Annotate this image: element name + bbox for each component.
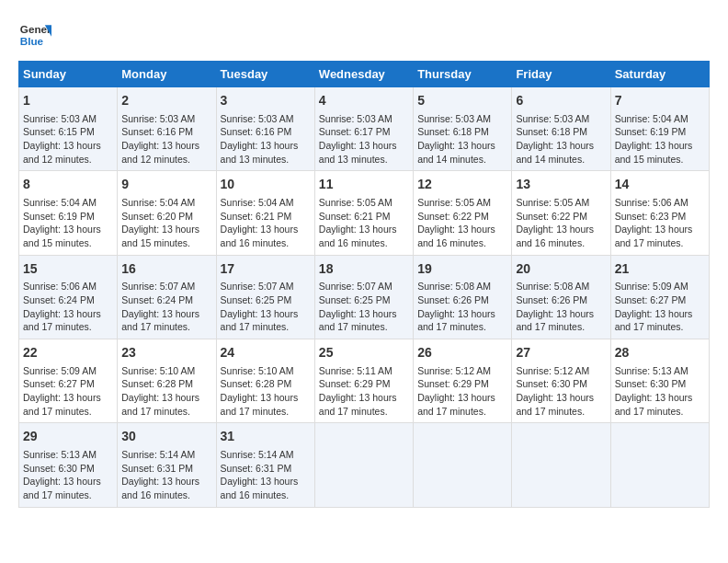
- sunrise-info: Sunrise: 5:12 AM: [516, 365, 589, 376]
- day-number: 5: [417, 92, 507, 110]
- day-number: 1: [23, 92, 113, 110]
- calendar-cell: 31Sunrise: 5:14 AMSunset: 6:31 PMDayligh…: [216, 423, 314, 507]
- day-number: 16: [121, 260, 211, 279]
- calendar-cell: 16Sunrise: 5:07 AMSunset: 6:24 PMDayligh…: [118, 255, 216, 339]
- sunset-info: Sunset: 6:22 PM: [417, 211, 489, 222]
- daylight-info: Daylight: 13 hours: [221, 140, 299, 151]
- calendar-cell: 17Sunrise: 5:07 AMSunset: 6:25 PMDayligh…: [216, 255, 314, 339]
- calendar-cell: 14Sunrise: 5:06 AMSunset: 6:23 PMDayligh…: [610, 171, 709, 255]
- daylight-minutes: and 16 minutes.: [319, 237, 388, 248]
- day-number: 27: [516, 344, 606, 362]
- sunrise-info: Sunrise: 5:11 AM: [319, 365, 392, 376]
- calendar-cell: [610, 423, 709, 507]
- sunrise-info: Sunrise: 5:14 AM: [121, 449, 195, 460]
- daylight-minutes: and 17 minutes.: [221, 321, 290, 332]
- calendar-cell: 9Sunrise: 5:04 AMSunset: 6:20 PMDaylight…: [118, 171, 216, 255]
- sunset-info: Sunset: 6:26 PM: [516, 294, 587, 305]
- daylight-minutes: and 16 minutes.: [221, 489, 290, 500]
- daylight-minutes: and 14 minutes.: [516, 154, 585, 165]
- day-number: 20: [516, 260, 606, 279]
- daylight-info: Daylight: 13 hours: [319, 140, 397, 151]
- calendar-header: SundayMondayTuesdayWednesdayThursdayFrid…: [19, 62, 710, 87]
- header-day-sunday: Sunday: [19, 62, 118, 87]
- day-number: 22: [23, 344, 113, 362]
- day-number: 2: [121, 92, 211, 110]
- sunset-info: Sunset: 6:28 PM: [121, 378, 193, 389]
- sunrise-info: Sunrise: 5:03 AM: [23, 113, 97, 124]
- daylight-minutes: and 17 minutes.: [319, 406, 388, 417]
- day-number: 4: [319, 92, 409, 110]
- daylight-minutes: and 15 minutes.: [121, 237, 190, 248]
- calendar-cell: 12Sunrise: 5:05 AMSunset: 6:22 PMDayligh…: [414, 171, 512, 255]
- sunset-info: Sunset: 6:16 PM: [121, 126, 193, 137]
- calendar-cell: 28Sunrise: 5:13 AMSunset: 6:30 PMDayligh…: [610, 339, 709, 423]
- sunset-info: Sunset: 6:30 PM: [615, 378, 687, 389]
- sunrise-info: Sunrise: 5:05 AM: [319, 197, 392, 208]
- sunrise-info: Sunrise: 5:03 AM: [417, 113, 491, 124]
- daylight-minutes: and 17 minutes.: [221, 406, 290, 417]
- daylight-minutes: and 16 minutes.: [516, 237, 585, 248]
- day-number: 7: [615, 92, 705, 110]
- sunrise-info: Sunrise: 5:07 AM: [319, 281, 392, 292]
- daylight-info: Daylight: 13 hours: [121, 392, 199, 403]
- sunrise-info: Sunrise: 5:07 AM: [121, 281, 195, 292]
- sunrise-info: Sunrise: 5:03 AM: [319, 113, 392, 124]
- sunset-info: Sunset: 6:31 PM: [221, 463, 292, 474]
- day-number: 23: [121, 344, 211, 362]
- daylight-minutes: and 14 minutes.: [417, 154, 486, 165]
- sunset-info: Sunset: 6:15 PM: [23, 126, 95, 137]
- sunrise-info: Sunrise: 5:03 AM: [121, 113, 195, 124]
- sunset-info: Sunset: 6:22 PM: [516, 211, 587, 222]
- calendar-cell: 23Sunrise: 5:10 AMSunset: 6:28 PMDayligh…: [118, 339, 216, 423]
- daylight-info: Daylight: 13 hours: [121, 140, 199, 151]
- calendar-cell: 24Sunrise: 5:10 AMSunset: 6:28 PMDayligh…: [216, 339, 314, 423]
- header-day-thursday: Thursday: [414, 62, 512, 87]
- sunrise-info: Sunrise: 5:05 AM: [516, 197, 589, 208]
- daylight-info: Daylight: 13 hours: [516, 140, 594, 151]
- calendar-cell: 13Sunrise: 5:05 AMSunset: 6:22 PMDayligh…: [512, 171, 610, 255]
- sunset-info: Sunset: 6:25 PM: [221, 294, 292, 305]
- day-number: 28: [615, 344, 705, 362]
- sunrise-info: Sunrise: 5:04 AM: [221, 197, 294, 208]
- sunrise-info: Sunrise: 5:07 AM: [221, 281, 294, 292]
- calendar-cell: 11Sunrise: 5:05 AMSunset: 6:21 PMDayligh…: [314, 171, 413, 255]
- day-number: 11: [319, 176, 409, 194]
- sunset-info: Sunset: 6:24 PM: [121, 294, 193, 305]
- calendar-cell: 30Sunrise: 5:14 AMSunset: 6:31 PMDayligh…: [118, 423, 216, 507]
- daylight-minutes: and 17 minutes.: [121, 406, 190, 417]
- daylight-minutes: and 13 minutes.: [319, 154, 388, 165]
- sunset-info: Sunset: 6:19 PM: [615, 126, 687, 137]
- daylight-minutes: and 13 minutes.: [221, 154, 290, 165]
- daylight-minutes: and 17 minutes.: [615, 321, 684, 332]
- daylight-info: Daylight: 13 hours: [615, 140, 693, 151]
- sunset-info: Sunset: 6:25 PM: [319, 294, 391, 305]
- calendar-cell: 1Sunrise: 5:03 AMSunset: 6:15 PMDaylight…: [19, 87, 118, 171]
- daylight-info: Daylight: 13 hours: [615, 308, 693, 319]
- sunrise-info: Sunrise: 5:09 AM: [23, 365, 97, 376]
- daylight-minutes: and 15 minutes.: [23, 237, 92, 248]
- daylight-info: Daylight: 13 hours: [417, 392, 495, 403]
- daylight-minutes: and 16 minutes.: [221, 237, 290, 248]
- sunset-info: Sunset: 6:18 PM: [516, 126, 587, 137]
- daylight-minutes: and 16 minutes.: [121, 489, 190, 500]
- daylight-info: Daylight: 13 hours: [221, 392, 299, 403]
- sunset-info: Sunset: 6:20 PM: [121, 211, 193, 222]
- day-number: 15: [23, 260, 113, 279]
- daylight-info: Daylight: 13 hours: [516, 392, 594, 403]
- calendar-cell: 6Sunrise: 5:03 AMSunset: 6:18 PMDaylight…: [512, 87, 610, 171]
- logo: General Blue: [18, 18, 51, 52]
- sunrise-info: Sunrise: 5:13 AM: [23, 449, 97, 460]
- daylight-minutes: and 17 minutes.: [615, 237, 684, 248]
- day-number: 8: [23, 176, 113, 194]
- daylight-minutes: and 12 minutes.: [121, 154, 190, 165]
- daylight-info: Daylight: 13 hours: [121, 308, 199, 319]
- day-number: 31: [221, 428, 311, 446]
- sunrise-info: Sunrise: 5:12 AM: [417, 365, 491, 376]
- header-row: SundayMondayTuesdayWednesdayThursdayFrid…: [19, 62, 710, 87]
- sunset-info: Sunset: 6:21 PM: [221, 211, 292, 222]
- sunset-info: Sunset: 6:26 PM: [417, 294, 489, 305]
- daylight-info: Daylight: 13 hours: [221, 476, 299, 487]
- daylight-minutes: and 17 minutes.: [23, 406, 92, 417]
- day-number: 26: [417, 344, 507, 362]
- calendar-cell: [314, 423, 413, 507]
